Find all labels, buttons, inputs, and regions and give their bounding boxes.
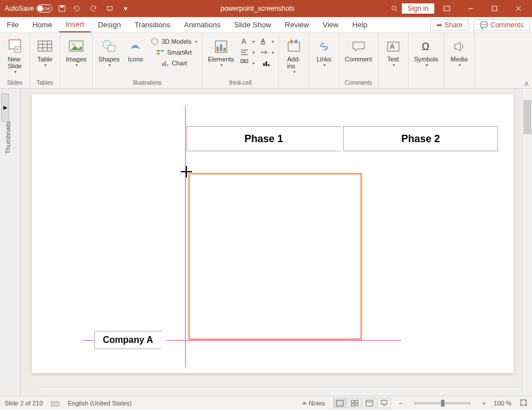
minimize-icon[interactable] [459, 1, 482, 16]
close-icon[interactable] [507, 1, 530, 16]
link-icon [315, 38, 333, 56]
elements-button[interactable]: Elements▾ [206, 36, 236, 69]
tab-design[interactable]: Design [91, 17, 127, 32]
slide-indicator[interactable]: Slide 2 of 210 [5, 400, 43, 407]
comment-button[interactable]: Comment [343, 36, 375, 64]
group-illustrations-label: Illustrations [133, 80, 162, 87]
reading-view-icon[interactable] [363, 398, 376, 408]
phase-2-box[interactable]: Phase 2 [343, 126, 498, 151]
svg-rect-52 [351, 400, 354, 403]
tab-help[interactable]: Help [346, 17, 375, 32]
tab-animations[interactable]: Animations [177, 17, 227, 32]
share-icon: ➦ [437, 21, 442, 29]
media-button[interactable]: Media▾ [448, 36, 471, 69]
tab-insert[interactable]: Insert [59, 17, 92, 32]
symbols-button[interactable]: Ω Symbols▾ [412, 36, 440, 69]
svg-rect-32 [223, 48, 226, 51]
share-button[interactable]: ➦Share [430, 19, 469, 31]
icons-button[interactable]: Icons [124, 36, 147, 64]
tc-more-button[interactable]: ▾ [239, 58, 256, 68]
chart-icon [160, 59, 169, 68]
language-indicator[interactable]: English (United States) [68, 400, 132, 407]
search-icon[interactable] [388, 2, 401, 15]
tc-underline-button[interactable]: A▾ [258, 36, 275, 47]
slideshow-view-icon[interactable] [377, 398, 391, 408]
group-slides-label: Slides [7, 80, 22, 87]
tab-review[interactable]: Review [278, 17, 316, 32]
zoom-level[interactable]: 100 % [494, 400, 512, 407]
tc-arrow-button[interactable]: ▾ [258, 47, 275, 57]
document-title: powerpoint_screenshots [221, 5, 294, 13]
text-button[interactable]: A Text▾ [382, 36, 405, 69]
ribbon-tabs: File Home Insert Design Transitions Anim… [0, 17, 532, 33]
new-slide-icon: + [6, 38, 24, 56]
crosshair-cursor-icon [181, 166, 192, 177]
speaker-icon [450, 38, 468, 56]
new-slide-button[interactable]: + New Slide▾ [3, 36, 26, 76]
zoom-in-icon[interactable]: + [482, 400, 485, 407]
redo-icon[interactable] [88, 2, 100, 15]
collapse-ribbon-icon[interactable]: ᐱ [525, 81, 529, 87]
normal-view-icon[interactable] [333, 398, 347, 408]
sign-in-button[interactable]: Sign in [402, 3, 434, 14]
scrollbar-thumb[interactable] [523, 100, 531, 134]
underline-a-icon: A [259, 37, 268, 46]
phase-1-box[interactable]: Phase 1 [186, 126, 341, 151]
customize-qat-icon[interactable]: ▾ [119, 2, 132, 15]
svg-rect-51 [336, 400, 343, 406]
undo-icon[interactable]: ▾ [72, 2, 84, 15]
svg-rect-44 [288, 42, 300, 51]
slide[interactable]: Phase 1 Phase 2 Company A [32, 94, 514, 373]
start-from-beginning-icon[interactable] [103, 2, 116, 15]
svg-rect-42 [265, 61, 267, 66]
cube-icon [150, 37, 159, 46]
svg-rect-58 [381, 400, 387, 404]
thumbnails-expand-icon[interactable]: ▶ [1, 93, 9, 122]
accessibility-icon[interactable]: ▯◫ [51, 400, 60, 407]
slide-canvas[interactable]: Phase 1 Phase 2 Company A [20, 89, 532, 396]
images-button[interactable]: Images▾ [64, 36, 89, 69]
drawing-rectangle[interactable] [188, 173, 362, 340]
chart-button[interactable]: Chart [149, 58, 198, 68]
tab-slideshow[interactable]: Slide Show [227, 17, 278, 32]
svg-rect-41 [263, 63, 265, 66]
shapes-button[interactable]: Shapes▾ [96, 36, 122, 69]
text-a-icon: A [240, 37, 249, 46]
tab-file[interactable]: File [0, 17, 26, 32]
notes-button[interactable]: ≐ Notes [302, 400, 325, 407]
save-icon[interactable] [56, 2, 68, 15]
ribbon: + New Slide▾ Slides Table▾ Tables Images… [0, 33, 532, 89]
tc-text-button[interactable]: A▾ [239, 36, 256, 47]
zoom-out-icon[interactable]: − [399, 400, 402, 407]
zoom-knob[interactable] [441, 400, 444, 407]
links-button[interactable]: Links▾ [313, 36, 335, 69]
horizontal-scrollbar[interactable] [41, 387, 522, 396]
thumbnails-label: Thumbnails [5, 122, 11, 154]
svg-rect-24 [161, 50, 164, 52]
tc-align-button[interactable]: ▾ [239, 47, 256, 57]
omega-icon: Ω [417, 38, 435, 56]
slide-sorter-icon[interactable] [348, 398, 361, 408]
svg-rect-27 [164, 61, 166, 66]
svg-rect-23 [157, 50, 160, 52]
vertical-scrollbar[interactable] [522, 89, 532, 396]
svg-text:A: A [390, 43, 394, 51]
maximize-icon[interactable] [483, 1, 506, 16]
zoom-slider[interactable] [414, 402, 471, 404]
3d-models-button[interactable]: 3D Models▾ [149, 36, 198, 47]
addins-button[interactable]: Add- ins▾ [282, 36, 305, 76]
tab-view[interactable]: View [316, 17, 346, 32]
tab-transitions[interactable]: Transitions [128, 17, 177, 32]
fit-to-window-icon[interactable] [519, 399, 527, 408]
svg-rect-45 [290, 40, 293, 43]
tc-chart-button[interactable] [258, 58, 275, 68]
table-button[interactable]: Table▾ [34, 36, 56, 69]
company-a-box[interactable]: Company A [94, 331, 161, 349]
comments-button[interactable]: 💬Comments [473, 19, 530, 31]
autosave-toggle[interactable]: AutoSave Off [5, 5, 52, 13]
svg-rect-37 [241, 60, 244, 63]
tab-home[interactable]: Home [26, 17, 59, 32]
smartart-button[interactable]: SmartArt [149, 47, 198, 57]
ribbon-display-icon[interactable] [435, 1, 458, 16]
title-bar: AutoSave Off ▾ ▾ powerpoint_screenshots … [0, 0, 532, 17]
